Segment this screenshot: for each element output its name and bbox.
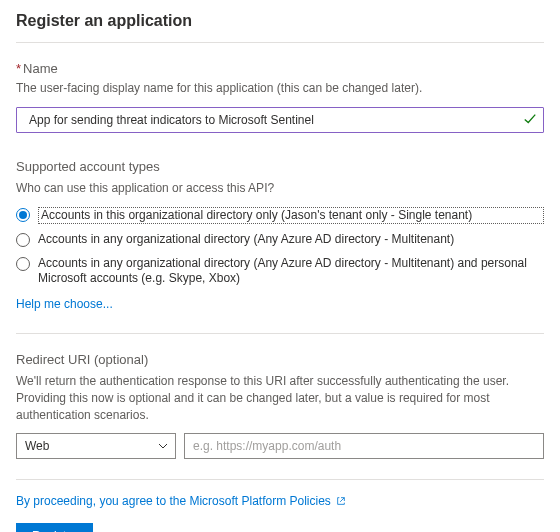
- page-title: Register an application: [16, 12, 544, 30]
- name-label: *Name: [16, 61, 544, 76]
- platform-select-value: Web: [25, 439, 49, 453]
- platform-policies-link[interactable]: By proceeding, you agree to the Microsof…: [16, 494, 346, 508]
- account-types-radio-group: Accounts in this organizational director…: [16, 207, 544, 287]
- redirect-description: We'll return the authentication response…: [16, 373, 544, 423]
- account-type-option-multitenant[interactable]: Accounts in any organizational directory…: [16, 232, 544, 248]
- divider: [16, 333, 544, 334]
- footer: By proceeding, you agree to the Microsof…: [16, 494, 544, 532]
- redirect-uri-input[interactable]: [184, 433, 544, 459]
- valid-check-icon: [523, 112, 537, 129]
- radio-label: Accounts in any organizational directory…: [38, 256, 544, 287]
- help-me-choose-link[interactable]: Help me choose...: [16, 297, 544, 311]
- radio-icon: [16, 233, 30, 247]
- account-type-option-single-tenant[interactable]: Accounts in this organizational director…: [16, 207, 544, 225]
- radio-label: Accounts in any organizational directory…: [38, 232, 544, 248]
- radio-icon: [16, 257, 30, 271]
- name-label-text: Name: [23, 61, 58, 76]
- divider: [16, 42, 544, 43]
- radio-icon: [16, 208, 30, 222]
- redirect-title: Redirect URI (optional): [16, 352, 544, 367]
- redirect-row: Web: [16, 433, 544, 459]
- name-description: The user-facing display name for this ap…: [16, 80, 544, 97]
- name-input-wrap: [16, 107, 544, 133]
- chevron-down-icon: [157, 440, 169, 455]
- platform-policies-text: By proceeding, you agree to the Microsof…: [16, 494, 331, 508]
- divider: [16, 479, 544, 480]
- name-input[interactable]: [27, 112, 515, 128]
- account-type-option-multitenant-personal[interactable]: Accounts in any organizational directory…: [16, 256, 544, 287]
- account-types-title: Supported account types: [16, 159, 544, 174]
- register-button[interactable]: Register: [16, 523, 93, 532]
- platform-select[interactable]: Web: [16, 433, 176, 459]
- radio-label: Accounts in this organizational director…: [38, 207, 544, 225]
- account-types-question: Who can use this application or access t…: [16, 180, 544, 197]
- external-link-icon: [336, 495, 346, 509]
- required-asterisk: *: [16, 61, 21, 76]
